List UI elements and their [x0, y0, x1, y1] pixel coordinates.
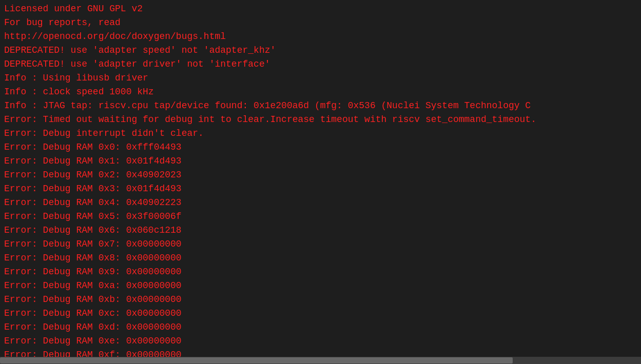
scrollbar-thumb[interactable]	[0, 357, 513, 363]
terminal-line: Error: Debug interrupt didn't clear.	[4, 127, 637, 140]
terminal-line: Error: Debug RAM 0x4: 0x40902223	[4, 196, 637, 210]
terminal-line: Error: Debug RAM 0xf: 0x00000000	[4, 348, 637, 357]
terminal-line: Error: Debug RAM 0xe: 0x00000000	[4, 334, 637, 348]
terminal-line: DEPRECATED! use 'adapter speed' not 'ada…	[4, 44, 637, 57]
terminal-line: Error: Debug RAM 0x7: 0x00000000	[4, 237, 637, 251]
terminal-window: Licensed under GNU GPL v2For bug reports…	[0, 0, 641, 364]
scrollbar-track	[0, 357, 641, 364]
terminal-line: Error: Debug RAM 0x2: 0x40902023	[4, 168, 637, 182]
terminal-line: Error: Debug RAM 0x3: 0x01f4d493	[4, 182, 637, 196]
terminal-line: Licensed under GNU GPL v2	[4, 2, 637, 16]
terminal-line: http://openocd.org/doc/doxygen/bugs.html	[4, 30, 637, 44]
terminal-line: Error: Debug RAM 0x9: 0x00000000	[4, 265, 637, 279]
terminal-line: Error: Debug RAM 0xd: 0x00000000	[4, 320, 637, 334]
terminal-line: Error: Debug RAM 0x6: 0x060c1218	[4, 224, 637, 237]
terminal-line: For bug reports, read	[4, 16, 637, 30]
terminal-line: Info : Using libusb driver	[4, 71, 637, 85]
horizontal-scrollbar[interactable]	[0, 357, 641, 364]
terminal-content[interactable]: Licensed under GNU GPL v2For bug reports…	[0, 0, 641, 357]
terminal-line: Info : JTAG tap: riscv.cpu tap/device fo…	[4, 99, 637, 113]
terminal-line: Error: Debug RAM 0xa: 0x00000000	[4, 279, 637, 293]
terminal-line: Error: Debug RAM 0xb: 0x00000000	[4, 293, 637, 307]
terminal-line: Error: Debug RAM 0x0: 0xfff04493	[4, 140, 637, 154]
terminal-line: Error: Debug RAM 0x5: 0x3f00006f	[4, 210, 637, 224]
terminal-line: Error: Debug RAM 0xc: 0x00000000	[4, 307, 637, 320]
terminal-line: DEPRECATED! use 'adapter driver' not 'in…	[4, 57, 637, 71]
terminal-line: Info : clock speed 1000 kHz	[4, 85, 637, 99]
terminal-line: Error: Timed out waiting for debug int t…	[4, 113, 637, 127]
terminal-line: Error: Debug RAM 0x1: 0x01f4d493	[4, 154, 637, 168]
terminal-line: Error: Debug RAM 0x8: 0x00000000	[4, 251, 637, 265]
